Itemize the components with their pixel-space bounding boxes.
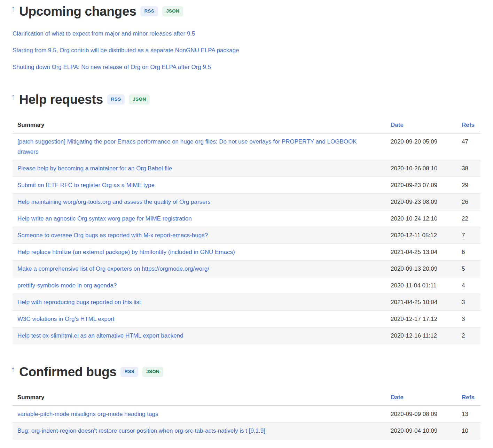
date-cell: 2020-09-09 08:09 — [391, 406, 462, 423]
summary-link[interactable]: Submit an IETF RFC to register Org as a … — [17, 182, 155, 188]
sort-by-refs-link[interactable]: Refs — [462, 122, 475, 128]
date-cell: 2020-09-13 20:09 — [391, 261, 462, 277]
date-cell: 2020-10-24 12:10 — [391, 210, 462, 227]
refs-cell: 29 — [462, 177, 480, 194]
summary-link[interactable]: Help test ox-slimhtml.el as an alternati… — [17, 332, 183, 339]
table-row: [patch suggestion] Mitigating the poor E… — [13, 133, 480, 160]
section-header: ↑ Confirmed bugs RSS JSON — [13, 364, 480, 380]
rss-badge[interactable]: RSS — [120, 367, 138, 377]
rss-badge[interactable]: RSS — [107, 94, 125, 104]
summary-cell: Help replace htmlize (an external packag… — [13, 244, 391, 261]
refs-cell: 38 — [462, 160, 480, 177]
update-link[interactable]: Starting from 9.5, Org contrib will be d… — [13, 47, 239, 54]
table-row: Help with reproducing bugs reported on t… — [13, 294, 480, 311]
section-header: ↑ Upcoming changes RSS JSON — [13, 3, 480, 19]
summary-cell: Bug: org-indent-region doesn't restore c… — [13, 423, 391, 439]
sort-by-date-link[interactable]: Date — [391, 122, 404, 128]
summary-cell: Help test ox-slimhtml.el as an alternati… — [13, 327, 391, 344]
table-row: Make a comprehensive list of Org exporte… — [13, 261, 480, 277]
summary-cell: Help write an agnostic Org syntax worg p… — [13, 210, 391, 227]
summary-link[interactable]: Help write an agnostic Org syntax worg p… — [17, 215, 192, 222]
summary-link[interactable]: Help maintaining worg/org-tools.org and … — [17, 199, 211, 205]
section-help-requests: ↑ Help requests RSS JSON Summary Date Re… — [13, 92, 480, 344]
sort-by-refs-link[interactable]: Refs — [462, 394, 475, 401]
refs-cell: 6 — [462, 244, 480, 261]
table-header-row: Summary Date Refs — [13, 389, 480, 406]
summary-cell: [patch suggestion] Mitigating the poor E… — [13, 133, 391, 160]
summary-link[interactable]: [patch suggestion] Mitigating the poor E… — [17, 138, 357, 155]
table-row: variable-pitch-mode misaligns org-mode h… — [13, 406, 480, 423]
rss-badge[interactable]: RSS — [140, 6, 158, 16]
date-cell: 2020-09-20 05:09 — [391, 133, 462, 160]
sort-by-date-link[interactable]: Date — [391, 394, 404, 401]
table-row: Please help by becoming a maintainer for… — [13, 160, 480, 177]
date-cell: 2021-04-25 10:04 — [391, 294, 462, 311]
page-container: ↑ Upcoming changes RSS JSON Clarificatio… — [0, 0, 493, 439]
refs-cell: 7 — [462, 227, 480, 244]
help-requests-table: Summary Date Refs [patch suggestion] Mit… — [13, 117, 480, 344]
date-cell: 2020-09-04 10:09 — [391, 423, 462, 439]
refs-cell: 13 — [462, 406, 480, 423]
refs-cell: 2 — [462, 327, 480, 344]
column-header-refs: Refs — [462, 117, 480, 133]
section-title-confirmed-bugs: Confirmed bugs — [19, 364, 116, 380]
list-item: Shutting down Org ELPA: No new release o… — [13, 63, 480, 71]
up-arrow-icon[interactable]: ↑ — [11, 93, 15, 101]
summary-cell: Help with reproducing bugs reported on t… — [13, 294, 391, 311]
section-upcoming-changes: ↑ Upcoming changes RSS JSON Clarificatio… — [13, 3, 480, 71]
table-header-row: Summary Date Refs — [13, 117, 480, 133]
summary-link[interactable]: prettify-symbols-mode in org agenda? — [17, 282, 117, 289]
refs-cell: 26 — [462, 194, 480, 210]
section-title-help-requests: Help requests — [19, 92, 103, 107]
date-cell: 2020-09-23 07:09 — [391, 177, 462, 194]
summary-link[interactable]: W3C violations in Org's HTML export — [17, 316, 114, 322]
update-link[interactable]: Shutting down Org ELPA: No new release o… — [13, 64, 211, 70]
summary-link[interactable]: Make a comprehensive list of Org exporte… — [17, 265, 209, 272]
section-title-upcoming-changes: Upcoming changes — [19, 3, 136, 19]
confirmed-bugs-table: Summary Date Refs variable-pitch-mode mi… — [13, 389, 480, 439]
date-cell: 2020-12-11 05:12 — [391, 227, 462, 244]
section-header: ↑ Help requests RSS JSON — [13, 92, 480, 107]
summary-link[interactable]: Please help by becoming a maintainer for… — [17, 165, 172, 172]
summary-link[interactable]: Help with reproducing bugs reported on t… — [17, 299, 141, 306]
summary-cell: variable-pitch-mode misaligns org-mode h… — [13, 406, 391, 423]
update-link[interactable]: Clarification of what to expect from maj… — [13, 30, 195, 37]
refs-cell: 3 — [462, 294, 480, 311]
summary-cell: Someone to oversee Org bugs as reported … — [13, 227, 391, 244]
summary-link[interactable]: Help replace htmlize (an external packag… — [17, 249, 235, 255]
list-item: Clarification of what to expect from maj… — [13, 30, 480, 38]
summary-cell: Please help by becoming a maintainer for… — [13, 160, 391, 177]
date-cell: 2020-09-23 08:09 — [391, 194, 462, 210]
date-cell: 2020-12-16 11:12 — [391, 327, 462, 344]
column-header-summary: Summary — [13, 389, 391, 406]
table-row: Help write an agnostic Org syntax worg p… — [13, 210, 480, 227]
table-row: prettify-symbols-mode in org agenda?2020… — [13, 277, 480, 294]
date-cell: 2020-12-17 17:12 — [391, 311, 462, 327]
summary-link[interactable]: variable-pitch-mode misaligns org-mode h… — [17, 411, 158, 417]
summary-cell: Submit an IETF RFC to register Org as a … — [13, 177, 391, 194]
summary-link[interactable]: Someone to oversee Org bugs as reported … — [17, 232, 208, 239]
refs-cell: 5 — [462, 261, 480, 277]
confirmed-bugs-table-body: variable-pitch-mode misaligns org-mode h… — [13, 406, 480, 439]
refs-cell: 10 — [462, 423, 480, 439]
date-cell: 2020-10-26 08:10 — [391, 160, 462, 177]
json-badge[interactable]: JSON — [129, 94, 150, 104]
up-arrow-icon[interactable]: ↑ — [11, 365, 15, 373]
summary-cell: Make a comprehensive list of Org exporte… — [13, 261, 391, 277]
up-arrow-icon[interactable]: ↑ — [11, 5, 15, 13]
column-header-summary: Summary — [13, 117, 391, 133]
refs-cell: 3 — [462, 311, 480, 327]
refs-cell: 47 — [462, 133, 480, 160]
table-row: Help maintaining worg/org-tools.org and … — [13, 194, 480, 210]
date-cell: 2021-04-25 13:04 — [391, 244, 462, 261]
column-header-refs: Refs — [462, 389, 480, 406]
upcoming-changes-link-list: Clarification of what to expect from maj… — [13, 30, 480, 71]
json-badge[interactable]: JSON — [162, 6, 183, 16]
list-item: Starting from 9.5, Org contrib will be d… — [13, 46, 480, 55]
summary-link[interactable]: Bug: org-indent-region doesn't restore c… — [17, 427, 265, 434]
json-badge[interactable]: JSON — [142, 367, 163, 377]
table-row: Help test ox-slimhtml.el as an alternati… — [13, 327, 480, 344]
summary-cell: W3C violations in Org's HTML export — [13, 311, 391, 327]
table-row: Help replace htmlize (an external packag… — [13, 244, 480, 261]
column-header-date: Date — [391, 117, 462, 133]
